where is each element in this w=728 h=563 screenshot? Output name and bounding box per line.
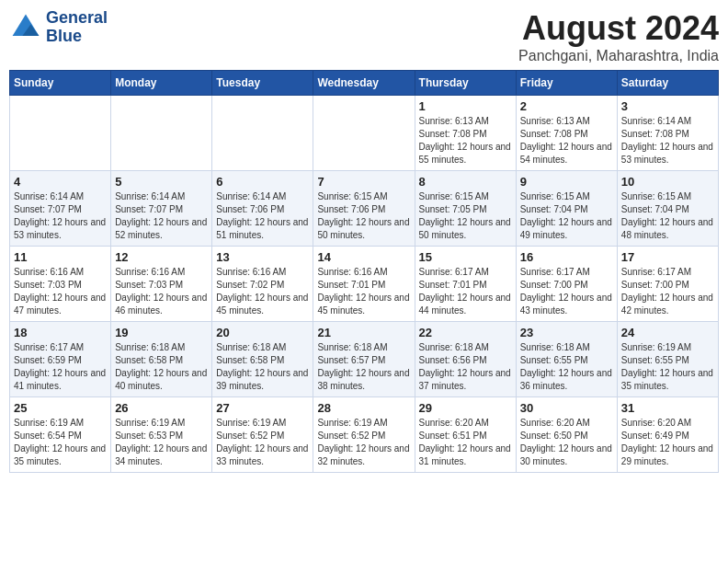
day-number: 31 bbox=[621, 401, 714, 415]
calendar-cell: 13Sunrise: 6:16 AMSunset: 7:02 PMDayligh… bbox=[212, 247, 313, 322]
calendar-week-1: 1Sunrise: 6:13 AMSunset: 7:08 PMDaylight… bbox=[10, 96, 719, 171]
day-info: Sunrise: 6:17 AMSunset: 7:01 PMDaylight:… bbox=[419, 266, 512, 317]
calendar-cell: 25Sunrise: 6:19 AMSunset: 6:54 PMDayligh… bbox=[10, 397, 111, 473]
day-number: 7 bbox=[317, 175, 410, 189]
day-number: 19 bbox=[115, 326, 208, 339]
logo: General Blue bbox=[9, 9, 108, 46]
day-info: Sunrise: 6:15 AMSunset: 7:05 PMDaylight:… bbox=[419, 190, 512, 242]
day-info: Sunrise: 6:19 AMSunset: 6:54 PMDaylight:… bbox=[14, 417, 107, 468]
calendar-cell: 9Sunrise: 6:15 AMSunset: 7:04 PMDaylight… bbox=[516, 171, 617, 247]
day-number: 5 bbox=[115, 175, 208, 189]
header-saturday: Saturday bbox=[617, 71, 718, 96]
day-info: Sunrise: 6:17 AMSunset: 6:59 PMDaylight:… bbox=[14, 341, 107, 393]
day-info: Sunrise: 6:19 AMSunset: 6:52 PMDaylight:… bbox=[216, 417, 309, 468]
subtitle: Panchgani, Maharashtra, India bbox=[518, 48, 719, 64]
day-number: 22 bbox=[419, 326, 512, 339]
calendar-cell: 27Sunrise: 6:19 AMSunset: 6:52 PMDayligh… bbox=[212, 397, 313, 473]
header-friday: Friday bbox=[516, 71, 617, 96]
calendar-cell: 14Sunrise: 6:16 AMSunset: 7:01 PMDayligh… bbox=[313, 247, 415, 322]
header-tuesday: Tuesday bbox=[212, 71, 313, 96]
day-info: Sunrise: 6:19 AMSunset: 6:53 PMDaylight:… bbox=[115, 417, 208, 468]
calendar-cell: 5Sunrise: 6:14 AMSunset: 7:07 PMDaylight… bbox=[111, 171, 212, 247]
day-info: Sunrise: 6:14 AMSunset: 7:08 PMDaylight:… bbox=[621, 115, 714, 167]
day-info: Sunrise: 6:16 AMSunset: 7:01 PMDaylight:… bbox=[317, 266, 410, 317]
logo-line1: General bbox=[46, 9, 108, 28]
calendar-cell: 26Sunrise: 6:19 AMSunset: 6:53 PMDayligh… bbox=[111, 397, 212, 473]
day-number: 8 bbox=[419, 175, 512, 189]
day-number: 17 bbox=[621, 250, 714, 264]
day-info: Sunrise: 6:16 AMSunset: 7:03 PMDaylight:… bbox=[115, 266, 208, 317]
calendar-cell: 3Sunrise: 6:14 AMSunset: 7:08 PMDaylight… bbox=[617, 96, 718, 171]
calendar-cell: 7Sunrise: 6:15 AMSunset: 7:06 PMDaylight… bbox=[313, 171, 415, 247]
day-info: Sunrise: 6:14 AMSunset: 7:07 PMDaylight:… bbox=[115, 190, 208, 242]
calendar-week-5: 25Sunrise: 6:19 AMSunset: 6:54 PMDayligh… bbox=[10, 397, 719, 473]
day-info: Sunrise: 6:18 AMSunset: 6:58 PMDaylight:… bbox=[115, 341, 208, 393]
calendar-cell: 1Sunrise: 6:13 AMSunset: 7:08 PMDaylight… bbox=[415, 96, 516, 171]
calendar-cell: 30Sunrise: 6:20 AMSunset: 6:50 PMDayligh… bbox=[516, 397, 617, 473]
calendar-cell: 28Sunrise: 6:19 AMSunset: 6:52 PMDayligh… bbox=[313, 397, 415, 473]
title-area: August 2024 Panchgani, Maharashtra, Indi… bbox=[518, 9, 719, 64]
day-number: 21 bbox=[317, 326, 410, 339]
day-number: 11 bbox=[14, 250, 107, 264]
day-number: 18 bbox=[14, 326, 107, 339]
day-info: Sunrise: 6:20 AMSunset: 6:49 PMDaylight:… bbox=[621, 417, 714, 468]
day-number: 12 bbox=[115, 250, 208, 264]
day-info: Sunrise: 6:16 AMSunset: 7:03 PMDaylight:… bbox=[14, 266, 107, 317]
day-number: 1 bbox=[419, 99, 512, 113]
calendar-cell bbox=[313, 96, 415, 171]
day-info: Sunrise: 6:19 AMSunset: 6:52 PMDaylight:… bbox=[317, 417, 410, 468]
calendar-cell: 21Sunrise: 6:18 AMSunset: 6:57 PMDayligh… bbox=[313, 322, 415, 397]
header-thursday: Thursday bbox=[415, 71, 516, 96]
logo-text: General Blue bbox=[46, 9, 108, 46]
day-number: 25 bbox=[14, 401, 107, 415]
day-info: Sunrise: 6:18 AMSunset: 6:55 PMDaylight:… bbox=[520, 341, 613, 393]
calendar-cell: 2Sunrise: 6:13 AMSunset: 7:08 PMDaylight… bbox=[516, 96, 617, 171]
day-info: Sunrise: 6:17 AMSunset: 7:00 PMDaylight:… bbox=[520, 266, 613, 317]
day-info: Sunrise: 6:20 AMSunset: 6:50 PMDaylight:… bbox=[520, 417, 613, 468]
day-number: 24 bbox=[621, 326, 714, 339]
day-info: Sunrise: 6:13 AMSunset: 7:08 PMDaylight:… bbox=[419, 115, 512, 167]
day-number: 16 bbox=[520, 250, 613, 264]
day-number: 6 bbox=[216, 175, 309, 189]
calendar-cell: 29Sunrise: 6:20 AMSunset: 6:51 PMDayligh… bbox=[415, 397, 516, 473]
day-info: Sunrise: 6:14 AMSunset: 7:06 PMDaylight:… bbox=[216, 190, 309, 242]
day-number: 27 bbox=[216, 401, 309, 415]
calendar-cell: 20Sunrise: 6:18 AMSunset: 6:58 PMDayligh… bbox=[212, 322, 313, 397]
calendar-cell: 31Sunrise: 6:20 AMSunset: 6:49 PMDayligh… bbox=[617, 397, 718, 473]
calendar-cell: 4Sunrise: 6:14 AMSunset: 7:07 PMDaylight… bbox=[10, 171, 111, 247]
calendar-cell: 10Sunrise: 6:15 AMSunset: 7:04 PMDayligh… bbox=[617, 171, 718, 247]
calendar-cell: 18Sunrise: 6:17 AMSunset: 6:59 PMDayligh… bbox=[10, 322, 111, 397]
calendar-cell: 11Sunrise: 6:16 AMSunset: 7:03 PMDayligh… bbox=[10, 247, 111, 322]
day-number: 29 bbox=[419, 401, 512, 415]
day-number: 13 bbox=[216, 250, 309, 264]
header-sunday: Sunday bbox=[10, 71, 111, 96]
day-info: Sunrise: 6:17 AMSunset: 7:00 PMDaylight:… bbox=[621, 266, 714, 317]
day-info: Sunrise: 6:14 AMSunset: 7:07 PMDaylight:… bbox=[14, 190, 107, 242]
day-info: Sunrise: 6:13 AMSunset: 7:08 PMDaylight:… bbox=[520, 115, 613, 167]
logo-icon bbox=[9, 11, 42, 44]
day-number: 28 bbox=[317, 401, 410, 415]
calendar-table: SundayMondayTuesdayWednesdayThursdayFrid… bbox=[9, 70, 719, 473]
day-info: Sunrise: 6:20 AMSunset: 6:51 PMDaylight:… bbox=[419, 417, 512, 468]
day-number: 10 bbox=[621, 175, 714, 189]
day-number: 26 bbox=[115, 401, 208, 415]
day-info: Sunrise: 6:18 AMSunset: 6:58 PMDaylight:… bbox=[216, 341, 309, 393]
calendar-cell: 24Sunrise: 6:19 AMSunset: 6:55 PMDayligh… bbox=[617, 322, 718, 397]
day-info: Sunrise: 6:15 AMSunset: 7:04 PMDaylight:… bbox=[520, 190, 613, 242]
page-header: General Blue August 2024 Panchgani, Maha… bbox=[9, 9, 719, 64]
calendar-cell: 17Sunrise: 6:17 AMSunset: 7:00 PMDayligh… bbox=[617, 247, 718, 322]
calendar-cell bbox=[10, 96, 111, 171]
calendar-week-2: 4Sunrise: 6:14 AMSunset: 7:07 PMDaylight… bbox=[10, 171, 719, 247]
header-monday: Monday bbox=[111, 71, 212, 96]
day-info: Sunrise: 6:16 AMSunset: 7:02 PMDaylight:… bbox=[216, 266, 309, 317]
day-number: 20 bbox=[216, 326, 309, 339]
calendar-week-3: 11Sunrise: 6:16 AMSunset: 7:03 PMDayligh… bbox=[10, 247, 719, 322]
calendar-cell: 19Sunrise: 6:18 AMSunset: 6:58 PMDayligh… bbox=[111, 322, 212, 397]
calendar-header-row: SundayMondayTuesdayWednesdayThursdayFrid… bbox=[10, 71, 719, 96]
day-info: Sunrise: 6:15 AMSunset: 7:06 PMDaylight:… bbox=[317, 190, 410, 242]
day-number: 4 bbox=[14, 175, 107, 189]
calendar-cell bbox=[111, 96, 212, 171]
day-number: 2 bbox=[520, 99, 613, 113]
main-title: August 2024 bbox=[518, 9, 719, 48]
day-info: Sunrise: 6:18 AMSunset: 6:57 PMDaylight:… bbox=[317, 341, 410, 393]
